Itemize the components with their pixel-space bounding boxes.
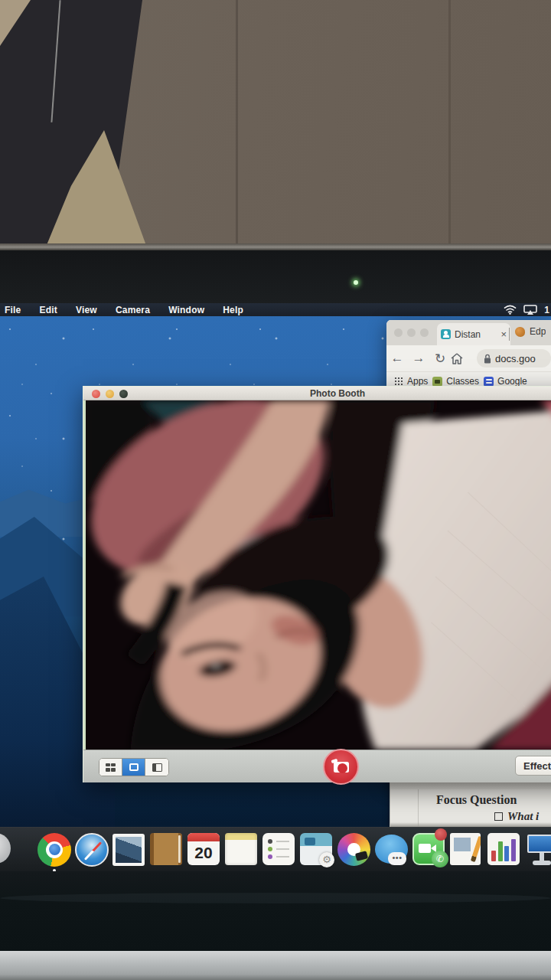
dock-icon-keynote[interactable] bbox=[525, 833, 551, 867]
laptop-bottom-bezel bbox=[0, 871, 551, 951]
menu-edit[interactable]: Edit bbox=[39, 305, 57, 315]
document-page-edge bbox=[418, 789, 419, 827]
dock-icon-reminders[interactable] bbox=[262, 833, 296, 867]
dock-icon-installer[interactable] bbox=[300, 833, 334, 867]
menu-file[interactable]: File bbox=[5, 305, 21, 315]
dock-icon-preview[interactable] bbox=[112, 833, 146, 867]
calendar-icon: 20 bbox=[187, 833, 220, 865]
close-window-button[interactable] bbox=[394, 328, 403, 337]
dock-icon-numbers[interactable] bbox=[487, 833, 521, 867]
phone-icon: ✆ bbox=[432, 851, 448, 867]
bookmark-label: Google bbox=[497, 376, 527, 387]
tab-edpuzzle[interactable]: Edp bbox=[515, 326, 546, 337]
home-button[interactable] bbox=[451, 353, 472, 364]
bookmark-label: Classes bbox=[446, 376, 479, 387]
reload-button[interactable]: ↻ bbox=[429, 351, 451, 367]
laptop-lid-edge bbox=[0, 243, 551, 250]
notification-badge bbox=[435, 828, 447, 841]
grid-view-button[interactable] bbox=[99, 759, 122, 776]
view-mode-segmented-control bbox=[99, 758, 169, 776]
dock-icon-safari[interactable] bbox=[75, 833, 109, 867]
tab-separator bbox=[509, 328, 510, 341]
webcam-preview bbox=[83, 400, 551, 750]
bookmark-label: Apps bbox=[407, 376, 428, 387]
contacts-book-icon bbox=[150, 833, 182, 865]
menu-help[interactable]: Help bbox=[223, 305, 243, 315]
webcam-selfie-image bbox=[86, 400, 551, 750]
calendar-date: 20 bbox=[187, 841, 220, 864]
zoom-window-button[interactable] bbox=[420, 328, 429, 337]
photo-booth-window: Photo Booth bbox=[83, 386, 551, 782]
classes-folder-icon bbox=[432, 377, 442, 387]
notes-icon bbox=[225, 833, 257, 865]
dock-icon-calendar[interactable]: 20 bbox=[187, 833, 221, 867]
single-view-button[interactable] bbox=[122, 759, 145, 776]
zoom-window-button[interactable] bbox=[119, 390, 128, 398]
airplay-icon[interactable] bbox=[523, 305, 537, 315]
chrome-toolbar: ← → ↻ docs.goo bbox=[386, 345, 551, 371]
google-doc-icon bbox=[484, 377, 494, 387]
facetime-camera-icon: ✆ bbox=[412, 833, 445, 865]
laptop-aluminum-base bbox=[0, 951, 551, 980]
forward-button[interactable]: → bbox=[408, 351, 429, 366]
laptop-top-bezel bbox=[0, 250, 551, 303]
photo-booth-titlebar[interactable]: Photo Booth bbox=[83, 387, 551, 400]
menu-bar: File Edit View Camera Window Help 1 bbox=[0, 303, 551, 316]
docs-person-icon bbox=[441, 329, 451, 339]
tab-distance-learning[interactable]: Distan × bbox=[437, 323, 510, 345]
partial-app-icon bbox=[0, 833, 11, 864]
wall-seam bbox=[448, 0, 451, 254]
chrome-icon bbox=[37, 833, 71, 867]
bookmark-google[interactable]: Google bbox=[484, 376, 527, 387]
photos-pinwheel-icon bbox=[337, 833, 370, 866]
dock-icon-chrome[interactable] bbox=[37, 833, 71, 867]
photo-of-laptop-scene: File Edit View Camera Window Help 1 Dist… bbox=[0, 0, 551, 980]
close-tab-icon[interactable]: × bbox=[500, 328, 507, 340]
dock-icon-notes[interactable] bbox=[225, 833, 259, 867]
dock-icon-contacts[interactable] bbox=[150, 833, 184, 867]
battery-percent-text: 1 bbox=[544, 305, 549, 315]
minimize-window-button[interactable] bbox=[106, 390, 114, 398]
webcam-led bbox=[354, 280, 358, 285]
tab-label: Distan bbox=[455, 329, 481, 340]
filmstrip-view-button[interactable] bbox=[145, 759, 168, 776]
bookmark-classes[interactable]: Classes bbox=[432, 376, 479, 387]
picture-frame-icon bbox=[112, 834, 145, 866]
chrome-tab-bar: Distan × Edp bbox=[386, 320, 551, 345]
numbers-barchart-icon bbox=[487, 833, 520, 865]
dock-icon-facetime[interactable]: ✆ bbox=[412, 833, 446, 867]
dock: 20 ••• ✆ ♪ A bbox=[0, 827, 551, 871]
reminders-icon bbox=[262, 833, 295, 865]
dock-icon-partial-app[interactable] bbox=[0, 833, 34, 867]
wall-seam bbox=[236, 0, 238, 254]
address-bar[interactable]: docs.goo bbox=[477, 349, 551, 368]
take-photo-shutter-button[interactable] bbox=[323, 749, 359, 785]
dock-icon-messages[interactable]: ••• bbox=[375, 833, 409, 867]
checkbox[interactable] bbox=[494, 812, 503, 821]
dock-icon-photos[interactable] bbox=[337, 833, 371, 867]
keynote-podium-icon bbox=[525, 833, 551, 865]
edpuzzle-icon bbox=[515, 327, 525, 337]
ellipsis-bubble: ••• bbox=[388, 852, 406, 865]
effects-button[interactable]: Effects bbox=[515, 756, 551, 776]
filmstrip-view-icon bbox=[152, 763, 162, 772]
checkbox-label: What i bbox=[507, 810, 539, 823]
room-wall bbox=[0, 0, 551, 254]
bookmark-apps[interactable]: Apps bbox=[394, 376, 428, 387]
menu-view[interactable]: View bbox=[76, 305, 97, 315]
wifi-icon[interactable] bbox=[504, 305, 517, 315]
back-button[interactable]: ← bbox=[386, 351, 408, 366]
docs-heading: Focus Question bbox=[436, 793, 551, 807]
pages-document-icon bbox=[450, 833, 481, 865]
minimize-window-button[interactable] bbox=[407, 328, 416, 337]
boxed-app-gear-icon bbox=[300, 833, 332, 865]
docs-checkbox-line: What i bbox=[494, 810, 539, 823]
single-view-icon bbox=[129, 763, 139, 771]
menu-window[interactable]: Window bbox=[168, 305, 204, 315]
menu-camera[interactable]: Camera bbox=[116, 305, 150, 315]
tab-label: Edp bbox=[530, 326, 546, 337]
close-window-button[interactable] bbox=[92, 390, 100, 398]
dock-icon-pages[interactable] bbox=[450, 833, 484, 867]
grid-view-icon bbox=[106, 763, 116, 772]
window-title: Photo Booth bbox=[310, 388, 365, 399]
